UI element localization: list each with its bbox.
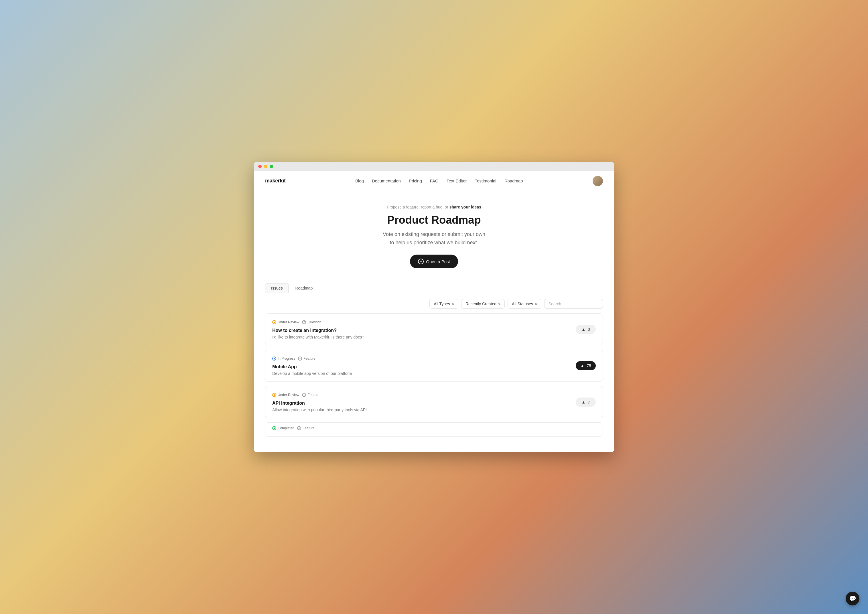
post-content-3: Under Review Feature API Integration All… (272, 392, 576, 412)
hero-title: Product Roadmap (265, 214, 603, 226)
post-badges-2: In Progress Feature (272, 356, 576, 361)
upvote-icon-3: ▲ (581, 400, 586, 405)
avatar[interactable] (593, 176, 603, 186)
hero-desc-line1: Vote on existing requests or submit your… (383, 231, 485, 237)
tabs-section: Issues Roadmap (254, 279, 614, 293)
type-label-1: Question (307, 320, 321, 324)
chevron-down-icon-sort: ⇅ (498, 302, 501, 305)
status-dot-icon (272, 320, 276, 324)
status-badge-completed-4: Completed (272, 425, 294, 431)
post-badges-1: Under Review Question (272, 319, 576, 325)
type-badge-feature-2: Feature (298, 356, 315, 361)
nav-link-testimonial[interactable]: Testimonial (475, 178, 496, 183)
feature-icon-3 (302, 393, 306, 397)
chat-widget[interactable]: 💬 (846, 592, 859, 605)
post-description-1: I'd like to integrate with Makerkit. Is … (272, 335, 576, 340)
type-label-2: Feature (304, 357, 315, 361)
status-dot-icon-2 (272, 357, 276, 361)
status-badge-in-progress-2: In Progress (272, 356, 295, 361)
question-icon (302, 320, 306, 324)
nav-link-text-editor[interactable]: Text Editor (446, 178, 467, 183)
post-card-2[interactable]: In Progress Feature Mobile App Develop a… (265, 350, 603, 382)
post-content-2: In Progress Feature Mobile App Develop a… (272, 356, 576, 376)
tab-roadmap[interactable]: Roadmap (289, 283, 319, 293)
hero-subtitle-plain: Propose a feature, report a bug, or (387, 205, 450, 209)
maximize-dot[interactable] (270, 165, 273, 168)
post-card-4[interactable]: Completed Feature (265, 422, 603, 437)
post-badges-4: Completed Feature (272, 425, 596, 431)
chevron-down-icon-status: ⇅ (535, 302, 537, 305)
nav-links: Blog Documentation Pricing FAQ Text Edit… (355, 178, 523, 183)
type-filter[interactable]: All Types ⇅ (429, 299, 458, 309)
status-dot-icon-4 (272, 426, 276, 430)
nav-link-pricing[interactable]: Pricing (409, 178, 422, 183)
status-label-3: Under Review (278, 393, 299, 397)
nav-link-roadmap[interactable]: Roadmap (504, 178, 523, 183)
vote-button-1[interactable]: ▲ 0 (576, 325, 596, 334)
status-label-4: Completed (278, 426, 294, 430)
logo[interactable]: makerkit (265, 178, 286, 184)
hero-section: Propose a feature, report a bug, or shar… (254, 191, 614, 279)
filters-section: All Types ⇅ Recently Created ⇅ All Statu… (254, 293, 614, 313)
chevron-down-icon: ⇅ (452, 302, 454, 305)
nav-link-blog[interactable]: Blog (355, 178, 364, 183)
vote-count-3: 7 (588, 400, 590, 405)
status-filter-label: All Statuses (512, 302, 533, 306)
post-title-1: How to create an Integration? (272, 328, 576, 333)
post-title-3: API Integration (272, 401, 576, 406)
type-badge-question-1: Question (302, 319, 321, 325)
status-label-2: In Progress (278, 357, 295, 361)
status-badge-under-review-1: Under Review (272, 319, 299, 325)
type-filter-label: All Types (434, 302, 450, 306)
feature-icon-4 (297, 426, 301, 430)
vote-count-2: 75 (587, 363, 591, 368)
plus-icon: + (418, 259, 424, 264)
upvote-icon-2: ▲ (580, 363, 584, 368)
browser-window: makerkit Blog Documentation Pricing FAQ … (254, 162, 614, 453)
sort-filter[interactable]: Recently Created ⇅ (461, 299, 505, 309)
vote-button-2[interactable]: ▲ 75 (576, 361, 596, 370)
search-box[interactable] (544, 299, 603, 309)
search-input[interactable] (549, 302, 598, 306)
vote-button-3[interactable]: ▲ 7 (576, 397, 596, 407)
open-post-label: Open a Post (426, 259, 450, 264)
post-description-2: Develop a mobile app version of our plat… (272, 371, 576, 376)
post-content-1: Under Review Question How to create an I… (272, 319, 576, 340)
hero-description: Vote on existing requests or submit your… (265, 230, 603, 247)
tab-issues[interactable]: Issues (265, 283, 288, 293)
open-post-button[interactable]: + Open a Post (410, 254, 458, 268)
vote-count-1: 0 (588, 327, 590, 332)
post-title-2: Mobile App (272, 364, 576, 369)
post-description-3: Allow integration with popular third-par… (272, 408, 576, 412)
hero-subtitle: Propose a feature, report a bug, or shar… (265, 205, 603, 209)
type-label-3: Feature (307, 393, 319, 397)
type-badge-feature-3: Feature (302, 392, 319, 398)
feature-icon-2 (298, 357, 302, 361)
post-badges-3: Under Review Feature (272, 392, 576, 398)
status-badge-under-review-3: Under Review (272, 392, 299, 398)
type-label-4: Feature (302, 426, 314, 430)
browser-chrome (254, 162, 614, 171)
tabs: Issues Roadmap (265, 279, 603, 293)
nav-link-faq[interactable]: FAQ (430, 178, 439, 183)
post-card-3[interactable]: Under Review Feature API Integration All… (265, 386, 603, 418)
post-card-1[interactable]: Under Review Question How to create an I… (265, 313, 603, 346)
type-badge-feature-4: Feature (297, 425, 314, 431)
minimize-dot[interactable] (264, 165, 267, 168)
status-label-1: Under Review (278, 320, 299, 324)
sort-filter-label: Recently Created (465, 302, 496, 306)
navbar: makerkit Blog Documentation Pricing FAQ … (254, 171, 614, 191)
status-dot-icon-3 (272, 393, 276, 397)
nav-link-documentation[interactable]: Documentation (372, 178, 401, 183)
chat-icon: 💬 (849, 595, 856, 602)
upvote-icon-1: ▲ (581, 327, 586, 332)
post-content-4: Completed Feature (272, 425, 596, 434)
posts-list: Under Review Question How to create an I… (254, 313, 614, 452)
status-filter[interactable]: All Statuses ⇅ (508, 299, 541, 309)
hero-subtitle-link[interactable]: share your ideas (450, 205, 481, 209)
close-dot[interactable] (258, 165, 262, 168)
hero-desc-line2: to help us prioritize what we build next… (390, 240, 478, 245)
